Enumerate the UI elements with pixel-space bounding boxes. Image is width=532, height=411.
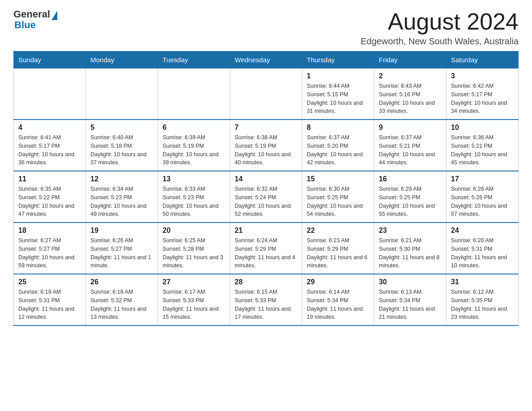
header-friday: Friday — [374, 51, 446, 68]
calendar-cell: 3Sunrise: 6:42 AM Sunset: 5:17 PM Daylig… — [446, 68, 519, 120]
day-number: 18 — [18, 227, 81, 235]
day-number: 23 — [379, 227, 442, 235]
calendar-cell: 9Sunrise: 6:37 AM Sunset: 5:21 PM Daylig… — [374, 120, 446, 171]
calendar-cell: 27Sunrise: 6:17 AM Sunset: 5:33 PM Dayli… — [158, 274, 230, 325]
day-number: 2 — [379, 72, 442, 80]
page-header: General Blue August 2024 Edgeworth, New … — [13, 9, 519, 47]
calendar-cell: 23Sunrise: 6:21 AM Sunset: 5:30 PM Dayli… — [374, 223, 446, 274]
day-info: Sunrise: 6:15 AM Sunset: 5:33 PM Dayligh… — [235, 288, 297, 321]
calendar-cell — [158, 68, 230, 120]
header-saturday: Saturday — [446, 51, 519, 68]
day-number: 10 — [451, 124, 514, 132]
day-number: 4 — [18, 124, 81, 132]
header-wednesday: Wednesday — [230, 51, 302, 68]
day-info: Sunrise: 6:40 AM Sunset: 5:18 PM Dayligh… — [90, 133, 153, 167]
day-number: 25 — [18, 278, 81, 286]
calendar-cell: 5Sunrise: 6:40 AM Sunset: 5:18 PM Daylig… — [86, 120, 158, 171]
logo: General Blue — [13, 9, 57, 30]
day-info: Sunrise: 6:27 AM Sunset: 5:27 PM Dayligh… — [18, 236, 81, 270]
day-number: 1 — [307, 72, 369, 80]
day-info: Sunrise: 6:23 AM Sunset: 5:29 PM Dayligh… — [307, 236, 369, 270]
calendar-cell — [86, 68, 158, 120]
day-info: Sunrise: 6:41 AM Sunset: 5:17 PM Dayligh… — [18, 133, 81, 167]
day-info: Sunrise: 6:29 AM Sunset: 5:25 PM Dayligh… — [379, 185, 442, 218]
day-number: 15 — [307, 175, 369, 183]
day-number: 11 — [18, 175, 81, 183]
day-info: Sunrise: 6:19 AM Sunset: 5:31 PM Dayligh… — [18, 288, 81, 321]
day-number: 6 — [163, 124, 225, 132]
calendar-cell: 31Sunrise: 6:12 AM Sunset: 5:35 PM Dayli… — [446, 274, 519, 325]
day-number: 26 — [90, 278, 153, 286]
day-info: Sunrise: 6:18 AM Sunset: 5:32 PM Dayligh… — [90, 288, 153, 321]
day-number: 31 — [451, 278, 514, 286]
calendar-cell: 14Sunrise: 6:32 AM Sunset: 5:24 PM Dayli… — [230, 171, 302, 223]
day-number: 12 — [90, 175, 153, 183]
day-info: Sunrise: 6:36 AM Sunset: 5:21 PM Dayligh… — [451, 133, 514, 167]
week-row-1: 1Sunrise: 6:44 AM Sunset: 5:15 PM Daylig… — [14, 68, 519, 120]
calendar-cell: 8Sunrise: 6:37 AM Sunset: 5:20 PM Daylig… — [302, 120, 374, 171]
logo-container: General Blue — [13, 9, 57, 30]
day-info: Sunrise: 6:35 AM Sunset: 5:22 PM Dayligh… — [18, 185, 81, 218]
day-number: 28 — [235, 278, 297, 286]
calendar-cell: 10Sunrise: 6:36 AM Sunset: 5:21 PM Dayli… — [446, 120, 519, 171]
header-sunday: Sunday — [14, 51, 86, 68]
day-number: 24 — [451, 227, 514, 235]
day-info: Sunrise: 6:44 AM Sunset: 5:15 PM Dayligh… — [307, 82, 369, 116]
day-number: 3 — [451, 72, 514, 80]
calendar-cell: 12Sunrise: 6:34 AM Sunset: 5:23 PM Dayli… — [86, 171, 158, 223]
title-area: August 2024 Edgeworth, New South Wales, … — [360, 9, 519, 47]
header-thursday: Thursday — [302, 51, 374, 68]
day-number: 9 — [379, 124, 442, 132]
day-info: Sunrise: 6:42 AM Sunset: 5:17 PM Dayligh… — [451, 82, 514, 116]
day-number: 27 — [163, 278, 225, 286]
day-info: Sunrise: 6:28 AM Sunset: 5:26 PM Dayligh… — [451, 185, 514, 218]
day-info: Sunrise: 6:26 AM Sunset: 5:27 PM Dayligh… — [90, 236, 153, 270]
day-info: Sunrise: 6:43 AM Sunset: 5:16 PM Dayligh… — [379, 82, 442, 116]
calendar-cell: 18Sunrise: 6:27 AM Sunset: 5:27 PM Dayli… — [14, 223, 86, 274]
calendar-cell: 7Sunrise: 6:38 AM Sunset: 5:19 PM Daylig… — [230, 120, 302, 171]
calendar-cell: 2Sunrise: 6:43 AM Sunset: 5:16 PM Daylig… — [374, 68, 446, 120]
calendar-cell: 11Sunrise: 6:35 AM Sunset: 5:22 PM Dayli… — [14, 171, 86, 223]
day-info: Sunrise: 6:32 AM Sunset: 5:24 PM Dayligh… — [235, 185, 297, 218]
day-number: 16 — [379, 175, 442, 183]
calendar-cell: 20Sunrise: 6:25 AM Sunset: 5:28 PM Dayli… — [158, 223, 230, 274]
calendar-cell: 24Sunrise: 6:20 AM Sunset: 5:31 PM Dayli… — [446, 223, 519, 274]
day-info: Sunrise: 6:20 AM Sunset: 5:31 PM Dayligh… — [451, 236, 514, 270]
day-info: Sunrise: 6:34 AM Sunset: 5:23 PM Dayligh… — [90, 185, 153, 218]
day-info: Sunrise: 6:38 AM Sunset: 5:19 PM Dayligh… — [235, 133, 297, 167]
day-number: 8 — [307, 124, 369, 132]
day-number: 13 — [163, 175, 225, 183]
day-number: 17 — [451, 175, 514, 183]
calendar-subtitle: Edgeworth, New South Wales, Australia — [360, 36, 519, 47]
day-info: Sunrise: 6:21 AM Sunset: 5:30 PM Dayligh… — [379, 236, 442, 270]
calendar-cell: 25Sunrise: 6:19 AM Sunset: 5:31 PM Dayli… — [14, 274, 86, 325]
day-info: Sunrise: 6:24 AM Sunset: 5:29 PM Dayligh… — [235, 236, 297, 270]
calendar-cell: 4Sunrise: 6:41 AM Sunset: 5:17 PM Daylig… — [14, 120, 86, 171]
calendar-header-row: SundayMondayTuesdayWednesdayThursdayFrid… — [14, 51, 519, 68]
day-number: 14 — [235, 175, 297, 183]
week-row-5: 25Sunrise: 6:19 AM Sunset: 5:31 PM Dayli… — [14, 274, 519, 325]
calendar-cell: 6Sunrise: 6:39 AM Sunset: 5:19 PM Daylig… — [158, 120, 230, 171]
calendar-cell: 17Sunrise: 6:28 AM Sunset: 5:26 PM Dayli… — [446, 171, 519, 223]
day-number: 7 — [235, 124, 297, 132]
calendar-cell — [14, 68, 86, 120]
day-info: Sunrise: 6:33 AM Sunset: 5:23 PM Dayligh… — [163, 185, 225, 218]
calendar-cell: 29Sunrise: 6:14 AM Sunset: 5:34 PM Dayli… — [302, 274, 374, 325]
week-row-3: 11Sunrise: 6:35 AM Sunset: 5:22 PM Dayli… — [14, 171, 519, 223]
day-info: Sunrise: 6:37 AM Sunset: 5:21 PM Dayligh… — [379, 133, 442, 167]
calendar-cell — [230, 68, 302, 120]
header-monday: Monday — [86, 51, 158, 68]
calendar-cell: 15Sunrise: 6:30 AM Sunset: 5:25 PM Dayli… — [302, 171, 374, 223]
day-info: Sunrise: 6:14 AM Sunset: 5:34 PM Dayligh… — [307, 288, 369, 321]
day-number: 20 — [163, 227, 225, 235]
day-number: 5 — [90, 124, 153, 132]
calendar-cell: 13Sunrise: 6:33 AM Sunset: 5:23 PM Dayli… — [158, 171, 230, 223]
day-info: Sunrise: 6:37 AM Sunset: 5:20 PM Dayligh… — [307, 133, 369, 167]
day-info: Sunrise: 6:25 AM Sunset: 5:28 PM Dayligh… — [163, 236, 225, 270]
week-row-4: 18Sunrise: 6:27 AM Sunset: 5:27 PM Dayli… — [14, 223, 519, 274]
calendar-table: SundayMondayTuesdayWednesdayThursdayFrid… — [13, 51, 519, 326]
day-info: Sunrise: 6:13 AM Sunset: 5:34 PM Dayligh… — [379, 288, 442, 321]
calendar-cell: 22Sunrise: 6:23 AM Sunset: 5:29 PM Dayli… — [302, 223, 374, 274]
day-info: Sunrise: 6:17 AM Sunset: 5:33 PM Dayligh… — [163, 288, 225, 321]
day-info: Sunrise: 6:39 AM Sunset: 5:19 PM Dayligh… — [163, 133, 225, 167]
